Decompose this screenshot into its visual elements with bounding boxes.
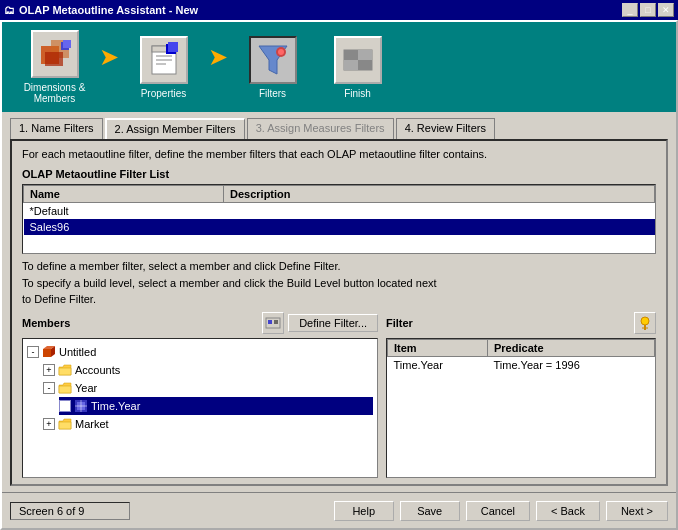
content-area: For each metaoutline filter, define the … xyxy=(10,139,668,486)
filter-result-row-1[interactable]: Time.Year Time.Year = 1996 xyxy=(388,356,655,373)
filter-col-item: Item xyxy=(388,339,488,356)
finish-label: Finish xyxy=(344,88,371,99)
expand-time-year[interactable]: + xyxy=(59,400,71,412)
minimize-button[interactable]: _ xyxy=(622,3,638,17)
members-icon-button[interactable] xyxy=(262,312,284,334)
cancel-button[interactable]: Cancel xyxy=(466,501,530,521)
wizard-header: Dimensions &Members ➤ Pro xyxy=(2,22,676,112)
svg-rect-24 xyxy=(43,349,51,357)
properties-icon xyxy=(140,36,188,84)
info-line-2: To specify a build level, select a membe… xyxy=(22,275,656,292)
members-controls: Define Filter... xyxy=(262,312,378,334)
svg-rect-2 xyxy=(45,52,63,66)
filter-label: Filter xyxy=(386,317,413,329)
filter-desc-default xyxy=(224,203,655,220)
back-button[interactable]: < Back xyxy=(536,501,600,521)
svg-rect-17 xyxy=(358,50,372,60)
filter-row-default[interactable]: *Default xyxy=(24,203,655,220)
filter-desc-sales96 xyxy=(224,219,655,235)
info-line-3: to Define Filter. xyxy=(22,291,656,308)
finish-icon xyxy=(334,36,382,84)
tree-label-year: Year xyxy=(75,382,97,394)
tree-label-untitled: Untitled xyxy=(59,346,96,358)
folder-icon-accounts xyxy=(57,362,73,378)
wizard-step-finish[interactable]: Finish xyxy=(315,36,400,99)
status-bar: Screen 6 of 9 Help Save Cancel < Back Ne… xyxy=(2,492,676,528)
tab-assign-member-filters[interactable]: 2. Assign Member Filters xyxy=(105,118,245,139)
wizard-steps: Dimensions &Members ➤ Pro xyxy=(12,30,410,104)
tab-assign-measures-filters[interactable]: 3. Assign Measures Filters xyxy=(247,118,394,139)
expand-accounts[interactable]: + xyxy=(43,364,55,376)
filter-header: Filter xyxy=(386,312,656,334)
dimensions-label: Dimensions &Members xyxy=(24,82,86,104)
info-line-1: To define a member filter, select a memb… xyxy=(22,258,656,275)
expand-year[interactable]: - xyxy=(43,382,55,394)
main-window: Dimensions &Members ➤ Pro xyxy=(0,20,678,530)
members-label: Members xyxy=(22,317,70,329)
tab-name-filters[interactable]: 1. Name Filters xyxy=(10,118,103,139)
members-tree[interactable]: - Untitled + xyxy=(22,338,378,478)
cube-icon-untitled xyxy=(41,344,57,360)
tree-item-year[interactable]: - Year xyxy=(43,379,373,397)
dimensions-icon xyxy=(31,30,79,78)
close-button[interactable]: ✕ xyxy=(658,3,674,17)
arrow-1: ➤ xyxy=(99,43,119,71)
instruction-text: For each metaoutline filter, define the … xyxy=(22,147,656,162)
filter-table: Name Description *Default Sales96 xyxy=(23,185,655,235)
define-filter-button[interactable]: Define Filter... xyxy=(288,314,378,332)
svg-point-14 xyxy=(278,49,284,55)
tree-label-time-year: Time.Year xyxy=(91,400,140,412)
filter-row-sales96[interactable]: Sales96 xyxy=(24,219,655,235)
title-bar-title: 🗂 OLAP Metaoutline Assistant - New xyxy=(4,4,198,16)
save-button[interactable]: Save xyxy=(400,501,460,521)
expand-untitled[interactable]: - xyxy=(27,346,39,358)
info-text: To define a member filter, select a memb… xyxy=(22,258,656,308)
filter-icon-button[interactable] xyxy=(634,312,656,334)
tree-item-accounts[interactable]: + Accounts xyxy=(43,361,373,379)
svg-rect-21 xyxy=(268,320,272,324)
tree-item-market[interactable]: + Market xyxy=(43,415,373,433)
filter-results-table: Item Predicate Time.Year Time.Year = 199… xyxy=(387,339,655,373)
help-button[interactable]: Help xyxy=(334,501,394,521)
col-header-name: Name xyxy=(24,186,224,203)
filter-panel: Filter Item Predi xyxy=(386,312,656,478)
app-icon: 🗂 xyxy=(4,4,15,16)
svg-rect-19 xyxy=(358,60,372,70)
tab-bar: 1. Name Filters 2. Assign Member Filters… xyxy=(2,112,676,139)
filter-result-predicate: Time.Year = 1996 xyxy=(488,356,655,373)
filter-col-predicate: Predicate xyxy=(488,339,655,356)
filter-list-label: OLAP Metaoutline Filter List xyxy=(22,168,656,180)
svg-rect-16 xyxy=(344,50,358,60)
tab-review-filters[interactable]: 4. Review Filters xyxy=(396,118,495,139)
filter-name-default: *Default xyxy=(24,203,224,220)
title-bar-controls[interactable]: _ □ ✕ xyxy=(622,3,674,17)
title-bar: 🗂 OLAP Metaoutline Assistant - New _ □ ✕ xyxy=(0,0,678,20)
tree-label-accounts: Accounts xyxy=(75,364,120,376)
filter-results[interactable]: Item Predicate Time.Year Time.Year = 199… xyxy=(386,338,656,478)
filter-name-sales96: Sales96 xyxy=(24,219,224,235)
svg-rect-11 xyxy=(168,42,178,52)
expand-market[interactable]: + xyxy=(43,418,55,430)
members-header: Members Define Filter... xyxy=(22,312,378,334)
svg-rect-18 xyxy=(344,60,358,70)
filter-list[interactable]: Name Description *Default Sales96 xyxy=(22,184,656,254)
wizard-step-properties[interactable]: Properties xyxy=(121,36,206,99)
nav-buttons: Help Save Cancel < Back Next > xyxy=(334,501,668,521)
filter-result-item: Time.Year xyxy=(388,356,488,373)
filters-icon xyxy=(249,36,297,84)
svg-rect-4 xyxy=(63,40,71,48)
arrow-2: ➤ xyxy=(208,43,228,71)
properties-label: Properties xyxy=(141,88,187,99)
bottom-section: Members Define Filter... xyxy=(22,312,656,478)
filters-label: Filters xyxy=(259,88,286,99)
members-panel: Members Define Filter... xyxy=(22,312,378,478)
wizard-step-dimensions[interactable]: Dimensions &Members xyxy=(12,30,97,104)
next-button[interactable]: Next > xyxy=(606,501,668,521)
col-header-description: Description xyxy=(224,186,655,203)
wizard-step-filters[interactable]: Filters xyxy=(230,36,315,99)
tree-item-untitled[interactable]: - Untitled xyxy=(27,343,373,361)
tree-label-market: Market xyxy=(75,418,109,430)
folder-icon-market xyxy=(57,416,73,432)
maximize-button[interactable]: □ xyxy=(640,3,656,17)
tree-item-time-year[interactable]: + Time.Year xyxy=(59,397,373,415)
